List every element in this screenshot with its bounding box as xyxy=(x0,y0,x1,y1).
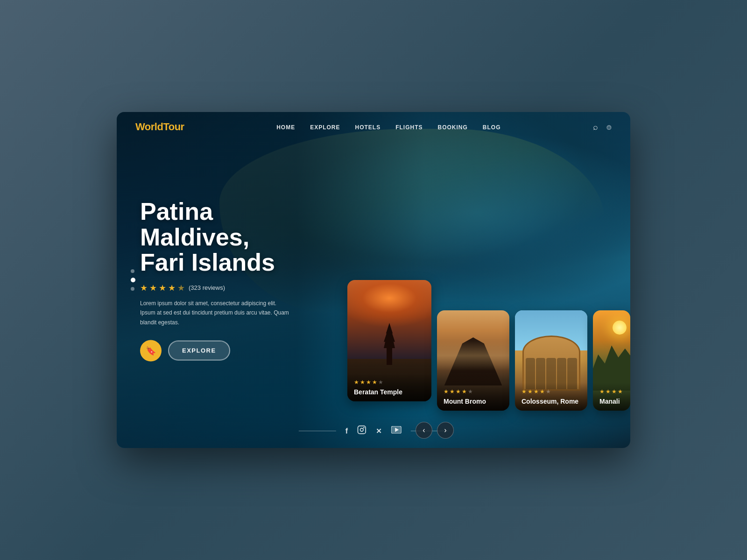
nav-explore[interactable]: EXPLORE xyxy=(310,124,340,131)
card-navigation: ‹ › xyxy=(416,422,454,439)
beratan-stars: ★ ★ ★ ★ ★ xyxy=(354,379,425,385)
card-colosseum-rome[interactable]: ★ ★ ★ ★ ★ Colosseum, Rome xyxy=(515,310,587,411)
manali-stars: ★ ★ ★ ★ xyxy=(599,388,624,395)
star-5: ★ xyxy=(177,282,185,293)
card-mount-bromo[interactable]: ★ ★ ★ ★ ★ Mount Bromo xyxy=(437,310,509,411)
hero-title: Patina Maldives, Fari Islands xyxy=(140,199,317,275)
bromo-stars: ★ ★ ★ ★ ★ xyxy=(444,388,503,395)
bromo-name: Mount Bromo xyxy=(444,398,503,405)
svg-rect-0 xyxy=(358,426,366,434)
manali-hills xyxy=(593,330,630,391)
card-info-rome: ★ ★ ★ ★ ★ Colosseum, Rome xyxy=(515,383,587,411)
nav-links: HOME EXPLORE HOTELS FLIGHTS BOOKING BLOG xyxy=(276,123,500,131)
star-1: ★ xyxy=(140,282,148,293)
manali-name: Manali xyxy=(599,398,624,405)
twitter-icon[interactable]: ✕ xyxy=(376,427,382,435)
nav-hotels[interactable]: HOTELS xyxy=(355,124,381,131)
card-beratan-temple[interactable]: ★ ★ ★ ★ ★ Beratan Temple xyxy=(347,280,431,401)
navbar: WorldTour HOME EXPLORE HOTELS FLIGHTS BO… xyxy=(117,112,630,142)
social-line-left xyxy=(299,431,336,431)
slide-dot-1[interactable] xyxy=(131,269,134,273)
nav-booking[interactable]: BOOKING xyxy=(438,124,468,131)
rome-name: Colosseum, Rome xyxy=(521,398,581,405)
hero-description: Lorem ipsum dolor sit amet, consectetur … xyxy=(140,298,289,327)
instagram-icon[interactable] xyxy=(357,425,366,437)
svg-point-1 xyxy=(360,428,364,432)
facebook-icon[interactable]: f xyxy=(345,427,348,435)
nav-blog[interactable]: BLOG xyxy=(483,124,501,131)
slide-dot-3[interactable] xyxy=(131,287,134,291)
hero-content: Patina Maldives, Fari Islands ★ ★ ★ ★ ★ … xyxy=(140,199,317,362)
card-info-bromo: ★ ★ ★ ★ ★ Mount Bromo xyxy=(437,383,509,411)
svg-point-2 xyxy=(363,427,365,428)
nav-actions: ⌕ ⌾ xyxy=(593,122,612,132)
star-4: ★ xyxy=(168,282,176,293)
youtube-icon[interactable] xyxy=(391,426,402,436)
rating-stars: ★ ★ ★ ★ ★ (323 reviews) xyxy=(140,282,317,293)
star-3: ★ xyxy=(159,282,166,293)
star-2: ★ xyxy=(149,282,157,293)
review-count: (323 reviews) xyxy=(189,284,225,291)
nav-flights[interactable]: FLIGHTS xyxy=(395,124,423,131)
destination-cards: ★ ★ ★ ★ ★ Beratan Temple ★ ★ ★ ★ xyxy=(347,280,630,411)
bromo-mist xyxy=(437,341,509,371)
explore-button[interactable]: EXPLORE xyxy=(168,341,230,361)
browser-window: WorldTour HOME EXPLORE HOTELS FLIGHTS BO… xyxy=(117,112,630,448)
card-manali[interactable]: ★ ★ ★ ★ Manali xyxy=(593,310,630,411)
next-card-button[interactable]: › xyxy=(437,422,454,439)
beratan-name: Beratan Temple xyxy=(354,388,425,396)
slide-indicators xyxy=(131,269,135,291)
user-icon[interactable]: ⌾ xyxy=(606,122,612,132)
site-logo: WorldTour xyxy=(135,121,184,133)
slide-dot-2[interactable] xyxy=(131,278,135,282)
bookmark-button[interactable]: 🔖 xyxy=(140,340,162,361)
prev-card-button[interactable]: ‹ xyxy=(416,422,432,439)
sun-glow xyxy=(613,321,627,335)
card-info-manali: ★ ★ ★ ★ Manali xyxy=(593,383,630,411)
hero-actions: 🔖 EXPLORE xyxy=(140,340,317,361)
rome-stars: ★ ★ ★ ★ ★ xyxy=(521,388,581,395)
card-info-beratan: ★ ★ ★ ★ ★ Beratan Temple xyxy=(347,373,431,401)
nav-home[interactable]: HOME xyxy=(276,124,295,131)
search-icon[interactable]: ⌕ xyxy=(593,122,598,132)
